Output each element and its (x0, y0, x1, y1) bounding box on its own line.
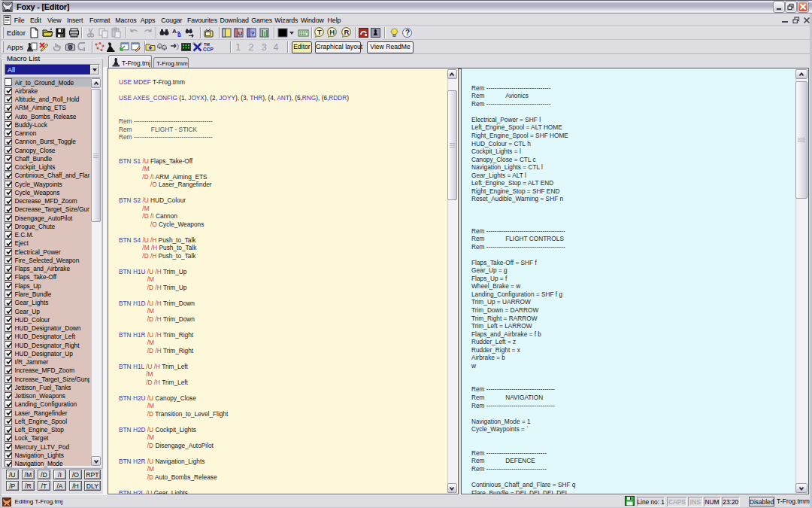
svg-text:?: ? (405, 29, 410, 37)
svg-text:?: ? (250, 30, 254, 37)
svg-text:R: R (344, 28, 349, 36)
svg-text:B: B (177, 32, 181, 38)
svg-text:T: T (317, 28, 322, 36)
svg-text:U: U (238, 30, 243, 37)
svg-text:H: H (329, 28, 335, 36)
svg-text:A: A (172, 28, 177, 35)
svg-text:CCP: CCP (203, 47, 214, 52)
